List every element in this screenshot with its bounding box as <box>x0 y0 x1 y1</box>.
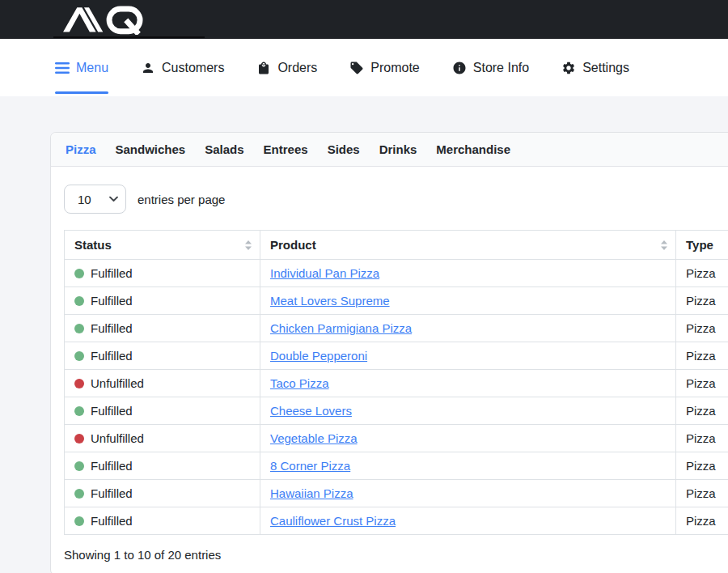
type-cell: Pizza <box>676 287 728 315</box>
nav-item-orders[interactable]: Orders <box>256 39 317 96</box>
product-link[interactable]: Double Pepperoni <box>270 349 367 363</box>
product-cell: Chicken Parmigiana Pizza <box>260 315 676 342</box>
nav-item-customers[interactable]: Customers <box>141 39 224 96</box>
status-label: Fulfilled <box>91 514 133 528</box>
status-label: Unfulfilled <box>91 376 144 390</box>
info-icon <box>452 61 467 75</box>
status-dot-icon <box>74 461 84 471</box>
product-cell: Double Pepperoni <box>260 342 676 370</box>
product-link[interactable]: Cauliflower Crust Pizza <box>270 514 396 528</box>
product-link[interactable]: Cheese Lovers <box>270 404 352 418</box>
status-cell: Fulfilled <box>65 452 260 480</box>
table-row: Fulfilled Double Pepperoni Pizza <box>65 342 728 370</box>
card-body: 10 entries per page Status <box>51 167 728 573</box>
nav-item-settings[interactable]: Settings <box>561 39 629 96</box>
product-cell: Hawaiian Pizza <box>260 480 676 507</box>
product-link[interactable]: Chicken Parmigiana Pizza <box>270 321 412 335</box>
status-dot-icon <box>74 379 84 388</box>
entries-per-page-label: entries per page <box>138 193 225 206</box>
status-dot-icon <box>74 296 84 306</box>
gear-icon <box>561 61 576 75</box>
column-header-status[interactable]: Status <box>65 231 260 260</box>
status-dot-icon <box>74 516 84 526</box>
product-link[interactable]: Vegetable Pizza <box>270 431 358 445</box>
product-link[interactable]: Taco Pizza <box>270 376 329 390</box>
entries-select-wrap: 10 <box>64 185 126 214</box>
page-size-row: 10 entries per page <box>64 185 728 214</box>
tab-drinks[interactable]: Drinks <box>379 142 417 156</box>
column-header-type[interactable]: Type <box>676 231 728 260</box>
main-content: Pizza Sandwiches Salads Entrees Sides Dr… <box>0 96 728 573</box>
tab-sides[interactable]: Sides <box>328 142 360 156</box>
status-cell: Fulfilled <box>65 397 260 425</box>
tab-merchandise[interactable]: Merchandise <box>436 142 510 156</box>
table-row: Unfulfilled Taco Pizza Pizza <box>65 370 728 397</box>
type-cell: Pizza <box>676 452 728 480</box>
product-cell: Cheese Lovers <box>260 397 676 425</box>
nav-item-label: Orders <box>277 61 317 75</box>
entries-per-page-select[interactable]: 10 <box>64 185 126 214</box>
primary-nav: Menu Customers Orders Promote Store Info… <box>0 39 728 96</box>
table-row: Fulfilled Individual Pan Pizza Pizza <box>65 260 728 287</box>
column-header-product[interactable]: Product <box>260 231 676 260</box>
status-cell: Unfulfilled <box>65 370 260 397</box>
hamburger-icon <box>55 62 70 74</box>
category-tab-bar: Pizza Sandwiches Salads Entrees Sides Dr… <box>51 133 728 167</box>
entries-summary: Showing 1 to 10 of 20 entries <box>64 548 728 562</box>
brand-logo[interactable] <box>52 4 157 35</box>
product-cell: Taco Pizza <box>260 370 676 397</box>
product-cell: 8 Corner Pizza <box>260 452 676 480</box>
table-header-row: Status Product Type <box>65 231 728 260</box>
type-cell: Pizza <box>676 397 728 425</box>
table-row: Fulfilled Hawaiian Pizza Pizza <box>65 480 728 507</box>
type-cell: Pizza <box>676 315 728 342</box>
person-icon <box>141 61 155 75</box>
type-cell: Pizza <box>676 425 728 452</box>
status-label: Fulfilled <box>91 321 133 335</box>
type-cell: Pizza <box>676 260 728 287</box>
product-cell: Individual Pan Pizza <box>260 260 676 287</box>
status-label: Fulfilled <box>91 349 133 363</box>
nav-item-menu[interactable]: Menu <box>55 39 108 96</box>
product-link[interactable]: 8 Corner Pizza <box>270 459 350 473</box>
status-dot-icon <box>74 351 84 361</box>
status-label: Fulfilled <box>91 459 133 473</box>
status-label: Unfulfilled <box>91 431 144 445</box>
shopping-bag-icon <box>256 61 271 75</box>
product-link[interactable]: Meat Lovers Supreme <box>270 294 390 308</box>
tab-sandwiches[interactable]: Sandwiches <box>116 142 186 156</box>
product-link[interactable]: Hawaiian Pizza <box>270 486 353 500</box>
nav-item-promote[interactable]: Promote <box>349 39 419 96</box>
table-row: Fulfilled Cauliflower Crust Pizza Pizza <box>65 507 728 535</box>
status-cell: Fulfilled <box>65 287 260 315</box>
table-row: Fulfilled Cheese Lovers Pizza <box>65 397 728 425</box>
product-cell: Cauliflower Crust Pizza <box>260 507 676 535</box>
column-header-label: Status <box>74 238 112 252</box>
active-nav-underline <box>55 91 108 94</box>
tab-pizza[interactable]: Pizza <box>66 142 96 156</box>
status-dot-icon <box>74 434 84 444</box>
table-row: Fulfilled Meat Lovers Supreme Pizza <box>65 287 728 315</box>
status-cell: Fulfilled <box>65 315 260 342</box>
status-label: Fulfilled <box>91 404 133 418</box>
product-link[interactable]: Individual Pan Pizza <box>270 266 379 280</box>
status-cell: Fulfilled <box>65 342 260 370</box>
menu-card: Pizza Sandwiches Salads Entrees Sides Dr… <box>50 132 728 573</box>
type-cell: Pizza <box>676 507 728 535</box>
sort-icon[interactable] <box>245 240 252 250</box>
status-label: Fulfilled <box>91 266 133 280</box>
nav-item-label: Store Info <box>473 61 529 75</box>
status-cell: Fulfilled <box>65 260 260 287</box>
top-brand-bar <box>0 0 728 39</box>
tab-entrees[interactable]: Entrees <box>264 142 308 156</box>
status-cell: Fulfilled <box>65 480 260 507</box>
type-cell: Pizza <box>676 370 728 397</box>
nav-item-store-info[interactable]: Store Info <box>452 39 529 96</box>
tab-salads[interactable]: Salads <box>205 142 243 156</box>
sort-icon[interactable] <box>661 240 667 250</box>
status-dot-icon <box>74 324 84 333</box>
status-label: Fulfilled <box>91 486 133 500</box>
product-cell: Meat Lovers Supreme <box>260 287 676 315</box>
nav-item-label: Customers <box>162 61 224 75</box>
status-cell: Unfulfilled <box>65 425 260 452</box>
